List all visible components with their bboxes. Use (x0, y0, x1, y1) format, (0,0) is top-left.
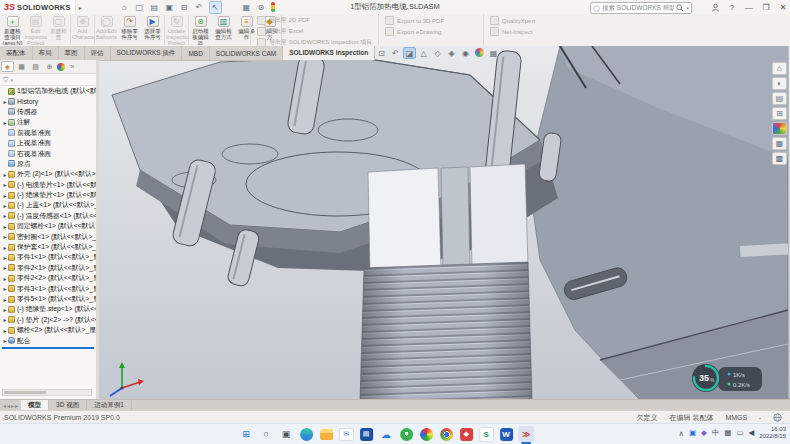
tree-item[interactable]: 原点 (0, 159, 96, 169)
ribbon-button[interactable]: ◯ Add/Edit Balloons (95, 15, 118, 45)
panel-splitter[interactable] (96, 60, 99, 399)
tree-item[interactable]: ▸ 零件5<1> (默认<<默认>_显示状态-1>) (0, 294, 96, 304)
restore-button[interactable]: ❐ (761, 3, 771, 12)
command-tab[interactable]: 评估 (85, 46, 111, 60)
tree-item[interactable]: ▸ (-) 绝缘垫片<1> (默认<<默认>_显示状态-1>) (0, 190, 96, 200)
close-button[interactable]: ✕ (778, 3, 788, 12)
new-document-icon[interactable]: ▢ (134, 2, 145, 13)
menu-flyout-arrow-icon[interactable]: ▸ (76, 4, 85, 11)
command-tab[interactable]: SOLIDWORKS 插件 (111, 46, 183, 60)
featuremanager-tab[interactable]: ◈ (1, 61, 14, 72)
task-view-button[interactable]: ▣ (278, 426, 294, 442)
ime-chinese[interactable]: 中 (712, 428, 720, 438)
command-tab[interactable]: SOLIDWORKS Inspection (283, 46, 375, 60)
dimxpert-tab[interactable]: ⊕ (43, 61, 56, 72)
tree-item[interactable]: ▸ 注解 (0, 117, 96, 127)
custom-properties-icon[interactable]: ▦ (772, 137, 787, 150)
export-item[interactable]: Export to 3D PDF (385, 16, 477, 25)
word-icon[interactable]: W (498, 426, 514, 442)
mail-icon[interactable]: ✉ (338, 426, 354, 442)
view-orientation-icon[interactable]: ◇ (431, 47, 444, 59)
options-gear-icon[interactable]: ⊛ (256, 2, 267, 13)
tray-grid-icon[interactable]: ▦ (724, 428, 731, 438)
tree-item[interactable]: 传感器 (0, 107, 96, 117)
command-tab[interactable]: 草图 (59, 46, 85, 60)
tree-item[interactable]: ▸ (-) 绝缘垫.step<1> (默认<<默认>_显示状态-1>) (0, 304, 96, 314)
appearances-scenes-icon[interactable]: ● (772, 122, 787, 135)
tree-item[interactable]: ▸ 零件2<1> (默认<<默认>_显示状态-1>) (0, 263, 96, 273)
export-item[interactable]: 导出至 2D PDF (257, 16, 372, 25)
interference-icon[interactable] (226, 2, 237, 13)
section-view-icon[interactable]: ◪ (403, 47, 416, 59)
print-icon[interactable]: ⊟ (179, 2, 190, 13)
tree-item[interactable]: 前视基准面 (0, 128, 96, 138)
minimize-button[interactable]: — (744, 3, 754, 12)
edge-icon[interactable] (298, 426, 314, 442)
tree-item[interactable]: ▸ 固定螺栓<1> (默认<<默认>_显示状态-1>) (0, 221, 96, 231)
grid-icon[interactable]: ▦ (241, 2, 252, 13)
export-item[interactable]: Net-Inspect (490, 27, 582, 36)
tray-app-blue-icon[interactable]: ▣ (689, 428, 696, 438)
tree-item[interactable]: ▸ History (0, 96, 96, 106)
chrome-icon[interactable] (438, 426, 454, 442)
file-explorer-icon[interactable] (318, 426, 334, 442)
search-caret-icon[interactable]: ▾ (686, 5, 689, 11)
propertymanager-tab[interactable]: ▦ (15, 61, 28, 72)
safe-360-icon[interactable] (418, 426, 434, 442)
undo-icon[interactable]: ↶ (194, 2, 205, 13)
apply-scene-icon[interactable]: ▦ (487, 47, 500, 59)
tree-item[interactable]: 上视基准面 (0, 138, 96, 148)
ribbon-button[interactable]: ↷ 移除零件序号 (118, 15, 141, 45)
tree-item[interactable]: ▸ 零件2<2> (默认<<默认>_显示状态-1>) (0, 273, 96, 283)
tree-item[interactable]: ▸ (-) 上盖<1> (默认<<默认>_显示状态-1>) (0, 200, 96, 210)
ribbon-button[interactable]: ▤ Edit Inspection Project (24, 15, 47, 45)
tree-item[interactable]: ▸ (-) 垫片 (2)<2> ->? (默认<<默认>_显示状态-1>) (0, 315, 96, 325)
tab-scroll-arrow-icon[interactable]: ▸ (11, 402, 14, 409)
tree-item[interactable]: ▸ 零件3<1> (默认<<默认>_显示状态-1>) (0, 283, 96, 293)
tree-item[interactable]: ▸ (-) 温度传感器<1> (默认<<默认>_显示状态-1>) (0, 211, 96, 221)
panel-overflow[interactable]: » (66, 61, 79, 72)
tree-item[interactable]: ▸ 零件1<1> (默认<<默认>_显示状态-1>) (0, 252, 96, 262)
cad-model[interactable]: 1K/s 0.2K/s 35 % (98, 46, 790, 399)
forum-icon[interactable]: ▩ (772, 152, 787, 165)
browser-360-icon[interactable] (398, 426, 414, 442)
previous-view-icon[interactable]: ↶ (389, 47, 402, 59)
units-selector[interactable]: MMGS (725, 414, 747, 421)
tree-item[interactable]: 右视基准面 (0, 148, 96, 158)
ribbon-button[interactable]: ⊕ Add Characteristic (71, 15, 95, 45)
model-threaded-cylinder[interactable] (360, 262, 532, 399)
tree-item[interactable]: ▸ 外壳 (2)<1> (默认<<默认>_显示状态-1>) (0, 169, 96, 179)
help-button[interactable]: ? (727, 3, 737, 12)
tree-filter[interactable]: ▽ ▾ (0, 74, 96, 86)
tab-scroll-arrow-icon[interactable]: ▸ (15, 402, 18, 409)
ribbon-button[interactable]: ▶ 选择零件序号 (141, 15, 165, 45)
solidworks-logo[interactable]: 3S SOLIDWORKS (0, 0, 76, 14)
start-button[interactable]: ⊞ (238, 426, 254, 442)
tree-horizontal-scrollbar[interactable] (2, 389, 92, 396)
globe-icon[interactable] (773, 413, 782, 422)
ribbon-button[interactable]: ▥ 编辑检查方式 (212, 15, 235, 45)
model-white-blocks[interactable] (368, 164, 528, 272)
login-user-icon[interactable] (711, 3, 720, 12)
search-icon[interactable] (676, 4, 684, 12)
solidworks-resources-icon[interactable]: ◐ (772, 77, 787, 90)
solidworks-icon[interactable]: ≫ (518, 426, 534, 442)
design-library-icon[interactable]: ▤ (772, 92, 787, 105)
tree-item[interactable]: ▸ 密封圈<1> (默认<<默认>_显示状态-1>) (0, 231, 96, 241)
hide-show-items-icon[interactable]: ◉ (459, 47, 472, 59)
tray-shield-icon[interactable]: ◆ (701, 428, 707, 438)
red-app-icon[interactable]: ◆ (458, 426, 474, 442)
ribbon-button[interactable]: ▢ 新建检查 (47, 15, 71, 45)
open-icon[interactable]: ▤ (149, 2, 160, 13)
tab-scroll-arrow-icon[interactable]: ◂ (7, 402, 10, 409)
cloud-icon[interactable]: ☁ (378, 426, 394, 442)
store-icon[interactable]: ▤ (358, 426, 374, 442)
command-tab[interactable]: 装配体 (0, 46, 33, 60)
home-tab-icon[interactable]: ⌂ (772, 62, 787, 75)
command-tab[interactable]: SOLIDWORKS CAM (210, 46, 283, 60)
export-item[interactable]: QualityXpert (490, 16, 582, 25)
clock[interactable]: 16:03 2022/8/15 (759, 426, 786, 440)
search-input[interactable]: 搜索 SOLIDWORKS 帮助 ▾ (590, 2, 692, 14)
tree-item[interactable]: ▸ 螺栓<2> (默认<<默认>_显示状态-1>) (0, 325, 96, 335)
tree-item[interactable]: ▸ 保护套<1> (默认<<默认>_显示状态-1>) (0, 242, 96, 252)
